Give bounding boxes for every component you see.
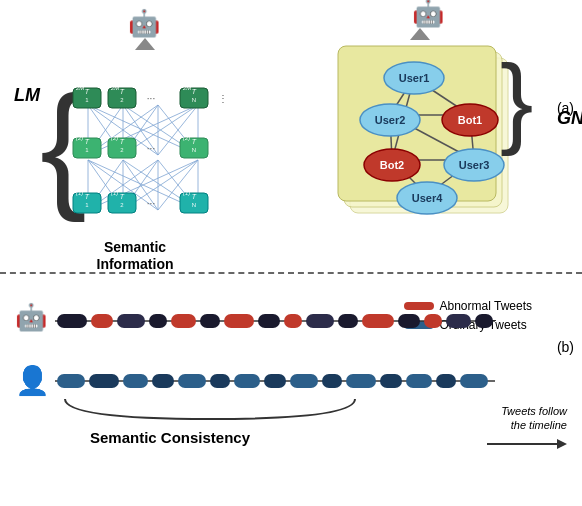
semantic-consistency-label: Semantic Consistency — [90, 429, 250, 446]
svg-text:User2: User2 — [375, 114, 406, 126]
svg-rect-132 — [460, 374, 488, 388]
svg-rect-112 — [362, 314, 394, 328]
timeline-arrow-text: Tweets follow the timeline — [501, 404, 567, 433]
svg-rect-109 — [284, 314, 302, 328]
svg-rect-126 — [290, 374, 318, 388]
svg-text:T: T — [192, 138, 197, 145]
svg-text:(2): (2) — [76, 135, 83, 141]
svg-text:(1): (1) — [76, 190, 83, 196]
svg-text:N: N — [192, 202, 196, 208]
svg-rect-120 — [123, 374, 148, 388]
arrow-svg — [487, 435, 567, 453]
svg-text:N: N — [192, 97, 196, 103]
svg-rect-118 — [57, 374, 85, 388]
bottom-robot-icon: 🤖 — [15, 302, 47, 333]
svg-text:T: T — [192, 88, 197, 95]
svg-rect-127 — [322, 374, 342, 388]
nn-diagram: 🤖 { — [40, 30, 270, 250]
gnn-robot-icon: 🤖 — [412, 0, 444, 29]
svg-text:···: ··· — [147, 198, 155, 209]
gnn-diagram: 🤖 } — [332, 20, 552, 250]
svg-marker-134 — [557, 439, 567, 449]
svg-text:(1): (1) — [111, 190, 118, 196]
svg-text:(1): (1) — [183, 190, 190, 196]
gnn-svg: } User1 — [332, 40, 532, 240]
svg-text:N: N — [192, 147, 196, 153]
svg-text:T: T — [85, 193, 90, 200]
svg-text:T: T — [120, 88, 125, 95]
label-b: (b) — [557, 339, 574, 355]
bot-timeline-svg — [55, 310, 495, 332]
svg-text:2M: 2M — [110, 85, 119, 91]
svg-rect-110 — [306, 314, 334, 328]
svg-text:⋮: ⋮ — [218, 93, 228, 104]
timeline-arrow: Tweets follow the timeline — [487, 404, 567, 453]
svg-text:User1: User1 — [399, 72, 430, 84]
user-timeline — [55, 372, 495, 390]
svg-rect-129 — [380, 374, 402, 388]
svg-text:T: T — [85, 138, 90, 145]
svg-text:Bot2: Bot2 — [380, 159, 404, 171]
nn-robot-icon: 🤖 — [128, 8, 160, 39]
svg-rect-104 — [149, 314, 167, 328]
diagram-container: LM 🤖 { — [0, 0, 582, 506]
svg-rect-119 — [89, 374, 119, 388]
svg-rect-108 — [258, 314, 280, 328]
svg-text:···: ··· — [147, 93, 155, 104]
svg-text:2M: 2M — [75, 85, 84, 91]
svg-rect-102 — [91, 314, 113, 328]
svg-rect-128 — [346, 374, 376, 388]
bot-timeline — [55, 312, 495, 330]
semantic-info-label: Semantic Information — [55, 238, 215, 272]
svg-rect-124 — [234, 374, 260, 388]
user-timeline-svg — [55, 370, 495, 392]
svg-rect-130 — [406, 374, 432, 388]
svg-rect-105 — [171, 314, 196, 328]
svg-text:T: T — [120, 138, 125, 145]
svg-text:2M: 2M — [182, 85, 191, 91]
svg-text:Bot1: Bot1 — [458, 114, 482, 126]
svg-rect-122 — [178, 374, 206, 388]
svg-rect-131 — [436, 374, 456, 388]
bottom-user-icon: 👤 — [15, 364, 50, 397]
svg-text:T: T — [120, 193, 125, 200]
svg-rect-103 — [117, 314, 145, 328]
svg-rect-113 — [398, 314, 420, 328]
svg-marker-0 — [135, 38, 155, 50]
svg-rect-107 — [224, 314, 254, 328]
svg-text:(2): (2) — [183, 135, 190, 141]
semantic-consistency-brace — [55, 394, 365, 429]
legend-abnormal-color — [404, 302, 434, 310]
bottom-section: Abnormal Tweets Ordinary Tweets (b) 🤖 👤 — [0, 272, 582, 506]
svg-text:T: T — [85, 88, 90, 95]
svg-text:T: T — [192, 193, 197, 200]
svg-rect-115 — [446, 314, 471, 328]
svg-rect-101 — [57, 314, 87, 328]
svg-rect-116 — [475, 314, 493, 328]
top-section: LM 🤖 { — [0, 0, 582, 270]
svg-rect-125 — [264, 374, 286, 388]
svg-rect-106 — [200, 314, 220, 328]
nn-grid-svg: T 1 2M T 2 2M ··· T N 2M ⋮ T 1 (2) — [68, 50, 258, 250]
svg-rect-121 — [152, 374, 174, 388]
svg-text:User3: User3 — [459, 159, 490, 171]
svg-rect-111 — [338, 314, 358, 328]
label-a: (a) — [557, 100, 574, 116]
svg-marker-73 — [410, 28, 430, 40]
svg-text:}: } — [500, 44, 532, 156]
svg-text:···: ··· — [147, 143, 155, 154]
svg-rect-114 — [424, 314, 442, 328]
svg-text:(2): (2) — [111, 135, 118, 141]
lm-label: LM — [14, 85, 40, 106]
svg-text:User4: User4 — [412, 192, 443, 204]
svg-rect-123 — [210, 374, 230, 388]
